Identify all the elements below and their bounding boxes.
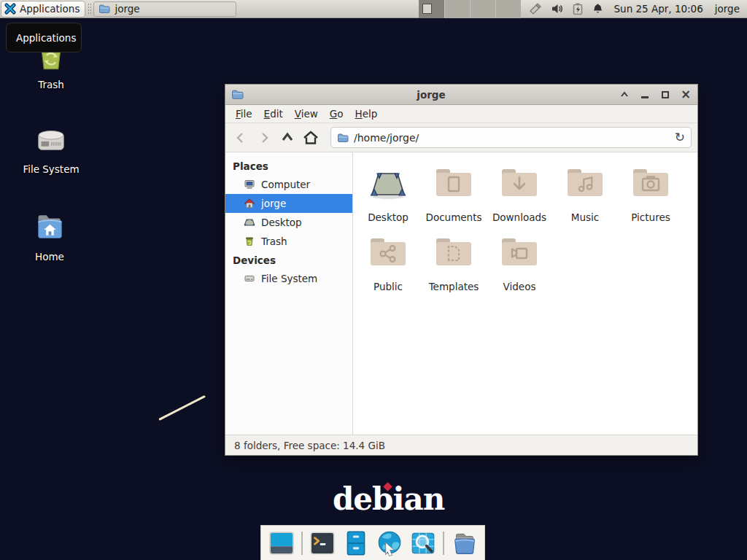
desktop-icon-home[interactable]: Home (6, 209, 93, 262)
forward-button[interactable] (255, 128, 274, 147)
window-titlebar[interactable]: jorge × (225, 85, 697, 105)
dock-show-desktop-button[interactable] (268, 529, 295, 557)
workspace-switcher[interactable] (419, 0, 521, 18)
dock-folder-button[interactable] (450, 529, 478, 557)
minimize-button[interactable] (639, 89, 651, 101)
file-documents[interactable]: Documents (421, 164, 487, 233)
dock (260, 525, 485, 560)
applications-menu-icon (4, 3, 16, 15)
menu-view[interactable]: View (289, 106, 324, 122)
templates-folder-icon (433, 233, 475, 277)
file-downloads[interactable]: Downloads (487, 164, 552, 233)
file-label: Downloads (492, 211, 546, 223)
toolbar: /home/jorge/ ↻ (225, 123, 697, 152)
path-folder-icon (337, 132, 349, 144)
taskbar-window-button[interactable]: jorge (93, 1, 236, 17)
status-text: 8 folders, Free space: 14.4 GiB (234, 440, 385, 451)
close-button[interactable]: × (680, 89, 692, 101)
music-folder-icon (564, 164, 606, 208)
file-label: Desktop (368, 211, 409, 223)
battery-tray-icon[interactable] (572, 2, 584, 15)
file-pictures[interactable]: Pictures (618, 164, 684, 233)
sidebar-item-trash-label: Trash (261, 236, 287, 247)
top-panel: Applications jorge (0, 0, 747, 18)
desktop-folder-icon (367, 164, 409, 208)
desktop-icon-trash-label: Trash (7, 79, 95, 90)
desktop-icon-filesystem-label: File System (7, 163, 95, 175)
applications-tooltip-text: Applications (16, 32, 76, 44)
dock-app-finder-button[interactable] (409, 529, 437, 557)
workspace-window-preview (422, 4, 432, 14)
drive-icon (244, 273, 255, 284)
sidebar-item-desktop[interactable]: Desktop (225, 213, 352, 232)
username-label[interactable]: jorge (715, 3, 740, 15)
trash-small-icon (244, 236, 255, 247)
debian-logo: debian (333, 481, 444, 517)
computer-icon (244, 179, 255, 190)
dock-separator (443, 532, 444, 555)
file-templates[interactable]: Templates (421, 233, 487, 303)
workspace-4[interactable] (495, 0, 521, 18)
file-label: Videos (503, 281, 536, 292)
sidebar-item-computer-label: Computer (261, 179, 310, 190)
statusbar: 8 folders, Free space: 14.4 GiB (225, 435, 697, 455)
downloads-folder-icon (498, 164, 541, 208)
input-device-tray-icon[interactable] (528, 1, 543, 16)
back-button[interactable] (231, 128, 250, 147)
home-folder-icon (6, 209, 93, 248)
file-label: Music (571, 211, 599, 223)
system-tray (528, 1, 604, 16)
clock[interactable]: Sun 25 Apr, 10:06 (614, 3, 703, 15)
public-folder-icon (367, 233, 409, 277)
sidebar-item-home-label: jorge (261, 198, 286, 209)
sidebar-item-home[interactable]: jorge (225, 194, 352, 213)
sidebar: Places Computer (225, 152, 353, 435)
file-label: Public (374, 281, 403, 292)
menu-file[interactable]: File (230, 106, 258, 122)
reload-icon[interactable]: ↻ (675, 131, 685, 144)
shade-button[interactable] (619, 89, 630, 101)
menu-edit[interactable]: Edit (258, 106, 289, 122)
desktop-icon-filesystem[interactable]: File System (7, 121, 95, 175)
sidebar-item-computer[interactable]: Computer (225, 175, 352, 194)
file-public[interactable]: Public (355, 233, 421, 303)
file-videos[interactable]: Videos (487, 233, 552, 303)
volume-tray-icon[interactable] (551, 2, 564, 15)
dock-file-manager-button[interactable] (342, 529, 370, 557)
menu-go[interactable]: Go (324, 106, 349, 122)
workspace-2[interactable] (444, 0, 470, 18)
window-folder-icon (231, 88, 244, 101)
desktop-icon-home-label: Home (6, 251, 93, 262)
file-manager-window: jorge × File Edit View Go Help (225, 84, 698, 456)
sidebar-item-filesystem[interactable]: File System (225, 269, 352, 288)
path-bar[interactable]: /home/jorge/ ↻ (330, 127, 692, 148)
dock-terminal-button[interactable] (309, 529, 336, 557)
applications-menu-button[interactable]: Applications (1, 1, 85, 18)
notifications-tray-icon[interactable] (592, 2, 604, 15)
workspace-3[interactable] (470, 0, 495, 18)
dock-web-browser-button[interactable] (376, 529, 403, 557)
taskbar-handle[interactable] (88, 3, 91, 15)
hard-drive-icon (7, 121, 95, 160)
maximize-button[interactable] (659, 89, 671, 101)
documents-folder-icon (433, 164, 475, 208)
file-desktop[interactable]: Desktop (355, 164, 421, 233)
workspace-1[interactable] (419, 0, 444, 18)
home-button[interactable] (301, 128, 320, 147)
file-label: Documents (426, 211, 482, 223)
pictures-folder-icon (630, 164, 672, 208)
desktop-icon (244, 217, 255, 228)
sidebar-item-desktop-label: Desktop (261, 217, 302, 228)
file-label: Pictures (631, 211, 670, 223)
taskbar-window-label: jorge (115, 3, 139, 15)
file-view[interactable]: Desktop Documents (353, 152, 697, 435)
file-music[interactable]: Music (552, 164, 618, 233)
up-button[interactable] (278, 128, 297, 147)
dock-separator (301, 532, 303, 555)
window-title: jorge (244, 89, 619, 101)
path-text[interactable]: /home/jorge/ (354, 132, 675, 144)
videos-folder-icon (498, 233, 541, 277)
applications-menu-label: Applications (20, 3, 80, 15)
menu-help[interactable]: Help (349, 106, 384, 122)
sidebar-item-trash[interactable]: Trash (225, 232, 352, 251)
